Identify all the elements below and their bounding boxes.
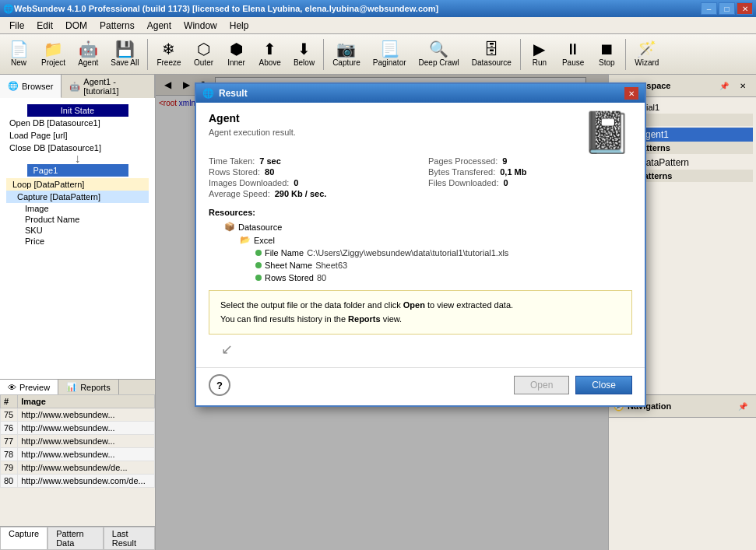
separator3 [520,39,521,70]
sheet-name-node: Sheet Name Sheet63 [209,259,632,271]
minimize-button[interactable]: – [701,2,717,15]
below-button[interactable]: ⬇ Below [288,37,320,72]
sku-item[interactable]: SKU [6,225,149,236]
menu-file[interactable]: File [3,19,30,33]
datasource-node: 📦 Datasource [209,220,632,233]
table-row: 76http://www.websundew... [1,422,155,435]
datasource-icon: 🗄 [483,41,499,57]
window-controls: – □ ✕ [701,2,753,15]
new-icon: 📄 [9,41,29,57]
result-modal: 🌐 Result ✕ Agent Agent execution result.… [195,82,646,407]
datasource-button[interactable]: 🗄 Datasource [466,37,517,72]
rows-stored-node: Rows Stored 80 [209,271,632,284]
separator2 [323,39,324,70]
info-box: Select the output file or the data folde… [209,290,632,335]
product-name-item[interactable]: Product Name [6,214,149,225]
stop-button[interactable]: ⏹ Stop [591,37,622,72]
deep-crawl-button[interactable]: 🔍 Deep Crawl [413,37,465,72]
menu-agent[interactable]: Agent [141,19,178,33]
modal-notebook-icon: 📓 [582,109,632,156]
table-row: 78http://www.websundew... [1,448,155,461]
menu-help[interactable]: Help [223,19,255,33]
run-button[interactable]: ▶ Run [524,37,555,72]
workspace-controls: 📌 ✕ [716,77,751,94]
nav-controls: 📌 [734,398,751,415]
modal-header-text: Agent Agent execution result. [209,112,582,146]
image-item[interactable]: Image [6,203,149,214]
menu-patterns[interactable]: Patterns [93,19,141,33]
tab-agent[interactable]: 🤖 Agent1 - [tutorial1] [62,75,155,98]
info-line1: Select the output file or the data folde… [220,299,621,313]
tab-browser[interactable]: 🌐 Browser [0,75,62,98]
paginator-button[interactable]: 📃 Paginator [367,37,412,72]
workspace-close-button[interactable]: ✕ [734,77,751,94]
price-item[interactable]: Price [6,236,149,247]
capture-tab[interactable]: Capture [0,527,47,550]
table-row: 79http://www.websundew/de... [1,461,155,475]
reports-icon: 📊 [66,382,77,392]
above-button[interactable]: ⬆ Above [254,37,287,72]
workspace-pin-button[interactable]: 📌 [716,77,733,94]
left-tab-bar: 🌐 Browser 🤖 Agent1 - [tutorial1] [0,75,155,98]
connector1: ↓ [6,154,149,164]
open-db-item[interactable]: Open DB [Datasource1] [6,117,149,129]
open-button[interactable]: Open [514,376,569,394]
save-all-button[interactable]: 💾 Save All [105,37,144,72]
project-button[interactable]: 📁 Project [36,37,71,72]
maximize-button[interactable]: □ [719,2,735,15]
outer-icon: ⬡ [197,41,210,57]
preview-table: # Image 75http://www.websundew... 76http… [0,394,155,488]
last-result-tab[interactable]: Last Result [104,527,155,550]
sheet-name-dot [255,262,262,268]
outer-button[interactable]: ⬡ Outer [188,37,220,72]
loop-item[interactable]: Loop [DataPattern] [6,178,149,191]
init-state-box: Init State [27,104,128,117]
modal-title-bar: 🌐 Result ✕ [196,84,645,103]
modal-body: Agent Agent execution result. 📓 Time Tak… [196,103,645,367]
tab-preview[interactable]: 👁 Preview [0,380,58,394]
datasource-folder-icon: 📦 [224,222,235,232]
pause-button[interactable]: ⏸ Pause [557,37,589,72]
pause-icon: ⏸ [565,41,581,57]
wizard-button[interactable]: 🪄 Wizard [629,37,664,72]
new-button[interactable]: 📄 New [3,37,34,72]
agent-button[interactable]: 🤖 Agent [72,37,104,72]
stat-images-downloaded: Images Downloaded: 0 [209,178,413,187]
tab-reports[interactable]: 📊 Reports [58,380,119,394]
main-toolbar: 📄 New 📁 Project 🤖 Agent 💾 Save All ❄ Fre… [0,34,756,75]
agent-canvas: Init State Open DB [Datasource1] Load Pa… [0,98,155,379]
menu-edit[interactable]: Edit [30,19,59,33]
paginator-icon: 📃 [380,41,399,57]
left-panel: 🌐 Browser 🤖 Agent1 - [tutorial1] Init St… [0,75,156,550]
modal-section-title: Agent [209,112,582,124]
close-modal-button[interactable]: Close [575,376,632,394]
load-page-item[interactable]: Load Page [url] [6,129,149,142]
menu-window[interactable]: Window [178,19,223,33]
stat-files-downloaded: Files Downloaded: 0 [428,178,632,187]
menu-dom[interactable]: DOM [59,19,93,33]
help-button[interactable]: ? [209,374,230,396]
pattern-data-tab[interactable]: Pattern Data [47,527,104,550]
stats-grid: Time Taken: 7 sec Pages Processed: 9 Row… [209,156,632,198]
table-row: 75http://www.websundew... [1,408,155,422]
app-title: WebSundew 4.1.0 Professional (build 1173… [14,4,438,13]
agent-tab-icon: 🤖 [69,82,80,92]
menu-bar: File Edit DOM Patterns Agent Window Help [0,17,756,34]
stat-time-taken: Time Taken: 7 sec [209,156,413,166]
separator1 [147,39,148,70]
col-num: # [1,395,18,408]
main-area: 🌐 Browser 🤖 Agent1 - [tutorial1] Init St… [0,75,756,550]
agent-icon: 🤖 [79,41,98,57]
separator4 [625,39,626,70]
freeze-button[interactable]: ❄ Freeze [151,37,186,72]
close-button[interactable]: ✕ [737,2,753,15]
nav-pin-button[interactable]: 📌 [734,398,751,415]
capture-item[interactable]: Capture [DataPattern] [6,191,149,203]
inner-button[interactable]: ⬢ Inner [221,37,252,72]
page1-item[interactable]: Page1 [27,164,128,177]
below-icon: ⬇ [297,41,311,57]
modal-header: Agent Agent execution result. 📓 [209,112,632,156]
modal-close-button[interactable]: ✕ [624,87,638,100]
capture-button[interactable]: 📷 Capture [327,37,366,72]
stat-avg-speed: Average Speed: 290 Kb / sec. [209,189,413,198]
